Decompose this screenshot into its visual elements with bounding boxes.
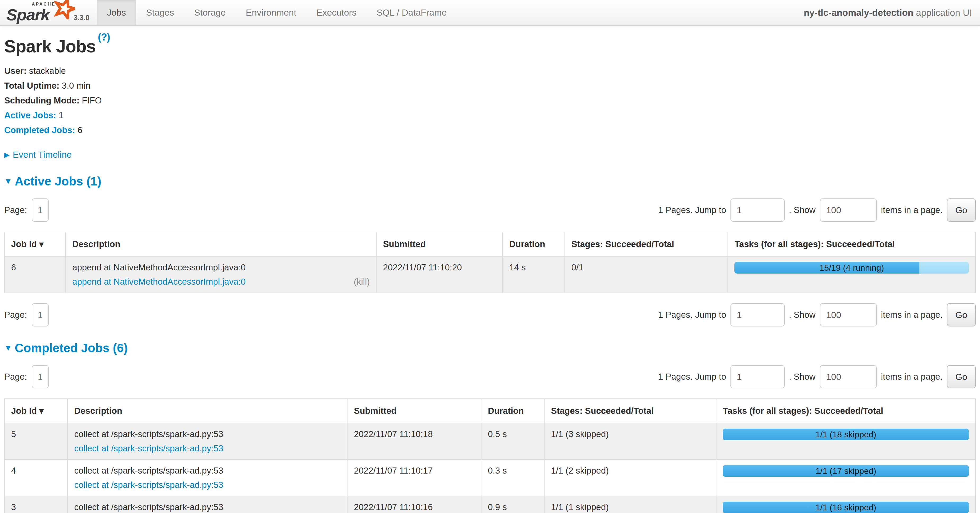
col-duration[interactable]: Duration <box>503 232 565 256</box>
go-button[interactable]: Go <box>947 303 976 327</box>
duration-cell: 0.5 s <box>481 423 544 459</box>
summary-completed-jobs: Completed Jobs: 6 <box>4 125 976 136</box>
tab-executors[interactable]: Executors <box>307 0 366 25</box>
help-icon[interactable]: (?) <box>98 32 110 43</box>
show-text: . Show <box>789 205 816 215</box>
go-button[interactable]: Go <box>947 365 976 388</box>
page-label: Page: <box>4 205 27 215</box>
items-text: items in a page. <box>881 372 943 382</box>
stages-cell: 1/1 (2 skipped) <box>544 459 716 496</box>
show-text: . Show <box>789 310 816 320</box>
progress-label: 1/1 (18 skipped) <box>723 429 969 440</box>
tab-sql-dataframe[interactable]: SQL / DataFrame <box>366 0 457 25</box>
uptime-value: 3.0 min <box>62 81 91 91</box>
nav-tabs: Jobs Stages Storage Environment Executor… <box>97 0 457 25</box>
pages-jump-text: 1 Pages. Jump to <box>658 372 726 382</box>
items-per-page-input[interactable] <box>820 199 877 222</box>
summary-uptime: Total Uptime: 3.0 min <box>4 80 976 91</box>
tasks-progress-bar: 15/19 (4 running) <box>734 262 969 273</box>
col-duration[interactable]: Duration <box>481 399 544 423</box>
collapse-arrow-icon: ▼ <box>4 177 12 186</box>
completed-jobs-count: 6 <box>78 125 82 135</box>
col-job-id[interactable]: Job Id ▾ <box>5 232 66 256</box>
tasks-cell: 1/1 (17 skipped) <box>716 459 975 496</box>
duration-cell: 14 s <box>503 256 565 293</box>
col-description[interactable]: Description <box>67 399 347 423</box>
active-jobs-header-row: Job Id ▾ Description Submitted Duration … <box>5 232 975 256</box>
active-jobs-link[interactable]: Active Jobs: <box>4 110 56 120</box>
items-per-page-input[interactable] <box>820 303 877 327</box>
spark-version-label: 3.3.0 <box>73 14 89 22</box>
page-input[interactable] <box>32 365 49 388</box>
submitted-cell: 2022/11/07 11:10:16 <box>347 496 481 513</box>
navbar: APACHE Spark 3.3.0 Jobs Stages Storage E… <box>0 0 980 25</box>
user-label: User: <box>4 66 27 76</box>
description-cell: collect at /spark-scripts/spark-ad.py:53… <box>67 459 347 496</box>
col-stages[interactable]: Stages: Succeeded/Total <box>565 232 728 256</box>
tasks-cell: 1/1 (18 skipped) <box>716 423 975 459</box>
completed-job-row-4: 4 collect at /spark-scripts/spark-ad.py:… <box>5 459 975 496</box>
page-label: Page: <box>4 310 27 320</box>
active-jobs-count: 1 <box>59 110 63 120</box>
spark-star-icon <box>54 0 75 19</box>
description-cell: collect at /spark-scripts/spark-ad.py:53… <box>67 496 347 513</box>
stages-cell: 0/1 <box>565 256 728 293</box>
job-id-cell: 5 <box>5 423 67 459</box>
tab-stages[interactable]: Stages <box>136 0 184 25</box>
col-submitted[interactable]: Submitted <box>376 232 503 256</box>
description-cell: append at NativeMethodAccessorImpl.java:… <box>66 256 376 293</box>
active-jobs-heading[interactable]: ▼Active Jobs (1) <box>4 174 976 188</box>
completed-jobs-heading[interactable]: ▼Completed Jobs (6) <box>4 341 976 355</box>
progress-label: 1/1 (17 skipped) <box>723 465 969 477</box>
stages-cell: 1/1 (3 skipped) <box>544 423 716 459</box>
progress-label: 15/19 (4 running) <box>734 262 969 273</box>
job-description: append at NativeMethodAccessorImpl.java:… <box>72 262 370 273</box>
items-per-page-input[interactable] <box>820 365 877 388</box>
jump-to-page-input[interactable] <box>730 303 785 327</box>
completed-jobs-link[interactable]: Completed Jobs: <box>4 125 75 135</box>
collapse-arrow-icon: ▼ <box>4 343 12 352</box>
page-label: Page: <box>4 372 27 382</box>
tasks-progress-bar: 1/1 (16 skipped) <box>723 502 969 513</box>
col-tasks[interactable]: Tasks (for all stages): Succeeded/Total <box>716 399 975 423</box>
submitted-cell: 2022/11/07 11:10:17 <box>347 459 481 496</box>
items-text: items in a page. <box>881 310 943 320</box>
job-detail-link[interactable]: collect at /spark-scripts/spark-ad.py:53 <box>74 443 223 453</box>
application-title-suffix: application UI <box>913 7 972 18</box>
summary-scheduling-mode: Scheduling Mode: FIFO <box>4 95 976 106</box>
col-submitted[interactable]: Submitted <box>347 399 481 423</box>
tab-storage[interactable]: Storage <box>184 0 236 25</box>
job-description: collect at /spark-scripts/spark-ad.py:53 <box>74 465 340 476</box>
active-jobs-table: Job Id ▾ Description Submitted Duration … <box>4 232 976 293</box>
page-input[interactable] <box>32 303 49 327</box>
tab-environment[interactable]: Environment <box>236 0 307 25</box>
tasks-progress-bar: 1/1 (17 skipped) <box>723 465 969 477</box>
jump-to-page-input[interactable] <box>730 199 785 222</box>
go-button[interactable]: Go <box>947 199 976 222</box>
uptime-label: Total Uptime: <box>4 81 59 91</box>
job-detail-link[interactable]: append at NativeMethodAccessorImpl.java:… <box>72 277 246 286</box>
spark-logo[interactable]: APACHE Spark 3.3.0 <box>0 0 97 25</box>
jump-to-page-input[interactable] <box>730 365 785 388</box>
summary-active-jobs: Active Jobs: 1 <box>4 110 976 121</box>
scheduling-mode-value: FIFO <box>82 95 102 105</box>
pages-jump-text: 1 Pages. Jump to <box>658 310 726 320</box>
application-title: ny-tlc-anomaly-detection application UI <box>804 0 980 25</box>
completed-job-row-5: 5 collect at /spark-scripts/spark-ad.py:… <box>5 423 975 459</box>
col-stages[interactable]: Stages: Succeeded/Total <box>544 399 716 423</box>
col-job-id[interactable]: Job Id ▾ <box>5 399 67 423</box>
job-detail-link[interactable]: collect at /spark-scripts/spark-ad.py:53 <box>74 480 223 490</box>
tab-jobs[interactable]: Jobs <box>97 0 136 25</box>
completed-jobs-table: Job Id ▾ Description Submitted Duration … <box>4 399 976 513</box>
col-description[interactable]: Description <box>66 232 376 256</box>
active-jobs-pagination-bottom: Page: 1 Pages. Jump to . Show items in a… <box>4 303 976 327</box>
kill-link[interactable]: (kill) <box>354 276 370 287</box>
page-input[interactable] <box>32 199 49 222</box>
expand-arrow-icon: ▶ <box>4 151 10 159</box>
col-tasks[interactable]: Tasks (for all stages): Succeeded/Total <box>728 232 975 256</box>
items-text: items in a page. <box>881 205 943 215</box>
duration-cell: 0.3 s <box>481 459 544 496</box>
event-timeline-toggle[interactable]: ▶Event Timeline <box>4 149 976 160</box>
submitted-cell: 2022/11/07 11:10:18 <box>347 423 481 459</box>
pages-jump-text: 1 Pages. Jump to <box>658 205 726 215</box>
